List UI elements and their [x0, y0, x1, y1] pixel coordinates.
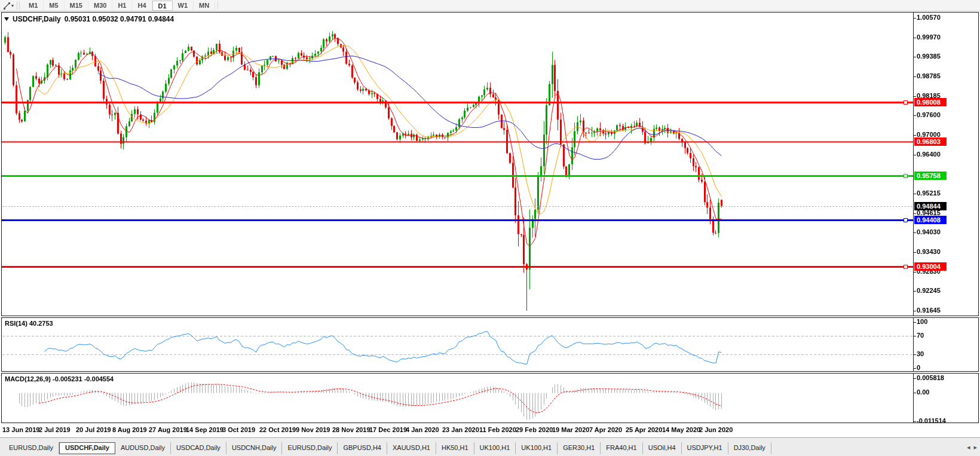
tab-audusd-daily-2[interactable]: AUDUSD,Daily [115, 442, 171, 454]
timeframe-button-w1[interactable]: W1 [173, 1, 194, 11]
timeframe-button-m1[interactable]: M1 [23, 1, 44, 11]
tab-uk100-h1-10[interactable]: UK100,H1 [516, 442, 558, 454]
symbol-tabbar: EURUSD,DailyUSDCHF,DailyAUDUSD,DailyUSDC… [0, 437, 980, 456]
tabs-scroll-left-icon[interactable]: ◂ [967, 443, 970, 451]
tab-uk100-h1-9[interactable]: UK100,H1 [474, 442, 516, 454]
timeframe-button-m5[interactable]: M5 [44, 1, 64, 11]
tab-ger30-h1-11[interactable]: GER30,H1 [558, 442, 601, 454]
tab-dj30-daily-15[interactable]: DJ30,Daily [728, 442, 771, 454]
tab-fra40-h1-12[interactable]: FRA40,H1 [601, 442, 642, 454]
timeframe-button-h4[interactable]: H4 [132, 1, 152, 11]
toolbar-separator [218, 1, 218, 10]
mt4-window: ▾ M1M5M15M30H1H4D1W1MN USDCHF,Daily 0.95… [0, 0, 980, 456]
symbol-dropdown-icon[interactable] [4, 17, 9, 21]
timeframe-button-m15[interactable]: M15 [65, 1, 88, 11]
symbol-tabs: EURUSD,DailyUSDCHF,DailyAUDUSD,DailyUSDC… [4, 442, 771, 454]
tab-usoil-h4-13[interactable]: USOil,H4 [643, 442, 682, 454]
tabs-scroll-right-icon[interactable]: ▸ [973, 443, 977, 451]
timeframe-toolbar: ▾ M1M5M15M30H1H4D1W1MN [0, 0, 980, 11]
tab-eurusd-daily-0[interactable]: EURUSD,Daily [4, 442, 59, 454]
tab-eurusd-daily-5[interactable]: EURUSD,Daily [282, 442, 338, 454]
timeframe-button-mn[interactable]: MN [194, 1, 215, 11]
timeframe-button-d1[interactable]: D1 [152, 1, 173, 11]
tab-hk50-h1-8[interactable]: HK50,H1 [436, 442, 474, 454]
timeframe-button-h1[interactable]: H1 [112, 1, 132, 11]
crosshair-tool-icon[interactable] [2, 1, 11, 10]
tab-usdjpy-h1-14[interactable]: USDJPY,H1 [682, 442, 728, 454]
tab-usdchf-daily-1[interactable]: USDCHF,Daily [59, 442, 115, 454]
tab-arrows: ◂ ▸ [967, 443, 977, 451]
tab-usdcnh-daily-4[interactable]: USDCNH,Daily [226, 442, 283, 454]
timeframe-button-m30[interactable]: M30 [88, 1, 112, 11]
timeframe-buttons: M1M5M15M30H1H4D1W1MN [23, 1, 215, 11]
toolbar-grip[interactable] [17, 2, 20, 10]
tool-dropdown-caret-icon[interactable]: ▾ [11, 1, 14, 10]
tab-usdcad-daily-3[interactable]: USDCAD,Daily [171, 442, 226, 454]
tab-xauusd-h1-7[interactable]: XAUUSD,H1 [387, 442, 436, 454]
chart-canvas[interactable] [0, 0, 980, 456]
tab-gbpusd-h4-6[interactable]: GBPUSD,H4 [338, 442, 387, 454]
